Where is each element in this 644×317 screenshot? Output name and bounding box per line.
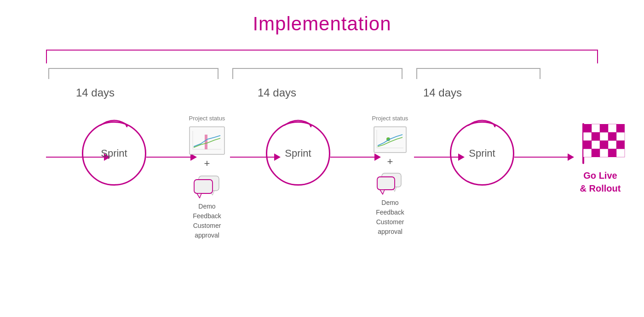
days-label-3: 14 days (423, 86, 462, 99)
chat-icon-1 (191, 172, 223, 199)
top-bracket-horizontal (46, 50, 598, 51)
days-label-2: 14 days (258, 86, 296, 99)
feedback-block-1: Project status + Demo Feedback (182, 115, 232, 240)
svg-rect-38 (608, 149, 616, 157)
feedback-text-2: Demo Feedback Customer approval (367, 198, 413, 237)
top-bracket-left-tick (46, 50, 47, 63)
chart-icon-1 (189, 126, 225, 155)
svg-rect-20 (583, 124, 592, 132)
svg-rect-26 (592, 132, 600, 141)
sub-bracket-1 (48, 68, 218, 79)
svg-rect-29 (616, 132, 625, 141)
sprint-circle-3: Sprint (450, 121, 514, 186)
sprint-label-1: Sprint (101, 147, 127, 159)
plus-sign-1: + (204, 158, 210, 170)
chart-icon-2 (374, 126, 407, 153)
sprint-label-2: Sprint (285, 147, 311, 159)
svg-rect-27 (600, 132, 608, 141)
svg-rect-35 (583, 149, 592, 157)
sprint-label-3: Sprint (469, 147, 495, 159)
svg-rect-31 (592, 141, 600, 149)
go-live-label: Go Live & Rollout (580, 169, 621, 195)
sub-bracket-2 (232, 68, 402, 79)
chat-icon-2 (375, 170, 405, 195)
sprint-curve-arrow-3 (464, 114, 500, 127)
svg-rect-28 (608, 132, 616, 141)
svg-rect-21 (592, 124, 600, 132)
svg-rect-37 (600, 149, 608, 157)
svg-rect-22 (600, 124, 608, 132)
sprint-circle-1: Sprint (82, 121, 146, 186)
sprint-curve-arrow-1 (96, 114, 132, 127)
svg-rect-16 (377, 177, 395, 190)
days-label-1: 14 days (76, 86, 115, 99)
svg-rect-36 (592, 149, 600, 157)
plus-sign-2: + (387, 156, 393, 168)
project-status-label-2: Project status (372, 115, 408, 122)
go-live-container: Go Live & Rollout (570, 119, 630, 195)
sprint-curve-arrow-2 (280, 114, 316, 127)
svg-rect-23 (608, 124, 616, 132)
page-title: Implementation (0, 0, 644, 35)
checkered-flag-icon (575, 119, 626, 165)
feedback-block-2: Project status + Demo Feedback Customer … (367, 115, 413, 237)
sprint-circle-2: Sprint (266, 121, 330, 186)
svg-rect-34 (616, 141, 625, 149)
svg-marker-17 (380, 190, 385, 194)
svg-rect-24 (616, 124, 625, 132)
svg-marker-8 (197, 193, 201, 198)
project-status-label-1: Project status (189, 115, 225, 122)
svg-rect-25 (583, 132, 592, 141)
svg-rect-39 (616, 149, 625, 157)
page: Implementation 14 days 14 days 14 days (0, 0, 644, 317)
svg-rect-10 (374, 127, 406, 153)
svg-rect-30 (583, 141, 592, 149)
svg-rect-33 (608, 141, 616, 149)
svg-rect-4 (205, 135, 207, 149)
sub-bracket-3 (416, 68, 540, 79)
svg-rect-7 (194, 180, 213, 193)
feedback-text-1: Demo Feedback Customer approval (182, 202, 232, 240)
arrow-sprint3-golive (514, 153, 574, 161)
top-bracket (46, 50, 598, 63)
svg-rect-32 (600, 141, 608, 149)
top-bracket-right-tick (597, 50, 598, 63)
